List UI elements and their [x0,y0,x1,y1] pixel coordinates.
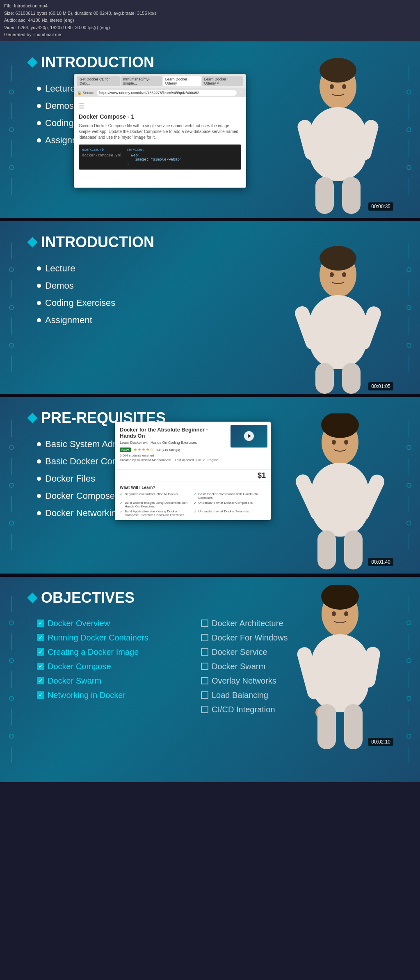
timestamp-1: 00:00:35 [368,202,393,211]
svg-point-7 [330,84,334,89]
svg-point-8 [342,84,346,89]
section-objectives: OBJECTIVES ✓ Docker Overview ✓ Running D… [0,577,420,782]
price-row: $1 [115,469,271,482]
play-icon [248,434,251,438]
code-filename-2: docker-compose.yml [82,153,122,157]
section-prerequisites: PRE-REQUISITES Basic System Administrati… [0,397,420,574]
course-subtitle: Learn Docker with Hands On Coding Exerci… [120,441,225,445]
checkbox-checked-3: ✓ [37,648,44,656]
checkbox-empty-3 [201,648,208,656]
file-info-filename: File: Introduction.mp4 [4,2,416,10]
play-button[interactable] [244,431,254,441]
course-creator: Created by Mumshad Mannambeth Last updat… [120,458,225,462]
svg-rect-4 [315,177,334,214]
presenter-svg-4 [283,585,397,749]
presenter-svg-3 [283,413,397,569]
presenter-svg-1 [281,58,395,214]
file-info-size: Size: 63103611 bytes (60.18 MiB), durati… [4,10,416,17]
bullet-dot [37,138,41,142]
obj-docker-compose-left: ✓ Docker Compose [37,662,193,671]
svg-rect-32 [317,704,336,749]
svg-point-26 [344,440,348,445]
code-editor: exercise.rb docker-compose.yml services:… [79,145,241,170]
svg-point-6 [320,58,356,83]
checkbox-empty-6 [201,691,208,699]
file-info-generated: Generated by Thumbnail me [4,31,416,39]
code-left-pane: exercise.rb docker-compose.yml [82,148,122,166]
obj-creating-image: ✓ Creating a Docker Image [37,647,193,657]
slide-content-1: INTRODUCTION Lecture Demos Coding Exerci… [0,41,420,214]
learn-grid: ✓ Beginner level introduction to Docker … [120,492,266,517]
learn-title: What Will I Learn? [120,485,266,490]
svg-rect-1 [309,107,367,181]
obj-running-containers: ✓ Running Docker Containers [37,633,193,643]
code-label: services: [127,148,182,151]
course-rating-row: NEW ★★★★☆ 4.6 (116 ratings) [120,447,225,452]
bullet-dot [37,87,41,91]
learn-item-2: ✓ Basic Docker Commands with Hands-On Ex… [194,492,266,500]
browser-tab-4: Learn Docker | Udemy × [202,76,243,86]
browser-toolbar: ☰ [79,102,241,110]
section-divider-1 [0,218,420,221]
course-overlay: Docker for the Absolute Beginner - Hands… [115,422,271,520]
svg-rect-5 [342,177,361,214]
svg-point-17 [342,272,346,277]
section-introduction-1: INTRODUCTION Lecture Demos Coding Exerci… [0,41,420,218]
learn-section: What Will I Learn? ✓ Beginner level intr… [115,482,271,520]
checkbox-checked-4: ✓ [37,663,44,670]
learn-item-3: ✓ Build Docker images using Dockerfiles … [120,501,192,508]
obj-networking: ✓ Networking in Docker [37,691,193,700]
students-count: 6,004 students enrolled [120,454,225,457]
code-filename: exercise.rb [82,148,122,151]
title-diamond-3 [27,413,37,423]
browser-overlay-1: Get Docker CE for Debi... mmumshad/my-si… [74,74,246,188]
checkbox-empty-2 [201,634,208,641]
checkbox-checked-2: ✓ [37,634,44,641]
bullet-dot [37,121,41,125]
checkbox-empty-5 [201,677,208,684]
presenter-svg-2 [281,246,395,394]
section-divider-3 [0,574,420,577]
browser-tab-3: Learn Docker | Udemy [163,76,201,86]
rating-stars: ★★★★☆ [133,447,154,452]
checkbox-empty-7 [201,706,208,713]
presenter-area-4 [283,585,397,749]
code-service: web: [127,153,182,157]
timestamp-4: 00:02:10 [368,738,393,746]
presenter-area-3 [283,413,397,569]
checkbox-checked-6: ✓ [37,691,44,699]
presenter-area-2 [281,246,395,394]
course-thumbnail [231,425,267,448]
compose-description: Given a Docker Compose file with a singl… [79,123,241,140]
learn-item-5: ✓ Build Application stack using Docker C… [120,510,192,517]
code-right-pane: services: web: image: "simple-webap" | [127,148,182,166]
svg-rect-23 [344,530,363,569]
code-image-label: image: "simple-webap" [127,157,182,161]
bullet-dot [37,104,41,108]
svg-rect-14 [342,363,361,394]
browser-url-bar: 🔒 Secure https://www.udemy.com/draft/133… [74,88,246,97]
file-info-bar: File: Introduction.mp4 Size: 63103611 by… [0,0,420,41]
svg-rect-28 [311,634,369,712]
title-diamond-1 [27,57,37,67]
checkbox-checked-1: ✓ [37,620,44,627]
browser-content-1: ☰ Docker Compose - 1 Given a Docker Comp… [74,97,246,188]
compose-title: Docker Compose - 1 [79,113,241,120]
presenter-area-1 [281,58,395,214]
svg-point-15 [320,246,356,271]
objectives-left: ✓ Docker Overview ✓ Running Docker Conta… [37,619,193,714]
file-info-video: Video: h264, yuv420p, 1920x1080, 30.00 f… [4,24,416,32]
course-overlay-content: Docker for the Absolute Beginner - Hands… [115,422,271,469]
slide-content-3: PRE-REQUISITES Basic System Administrati… [0,397,420,569]
course-title: Docker for the Absolute Beginner - Hands… [120,427,225,439]
browser-tab-2: mmumshad/my-simple... [121,76,162,86]
course-price: $1 [258,471,266,480]
svg-rect-33 [344,704,363,749]
checkbox-empty-4 [201,663,208,670]
timestamp-2: 00:01:05 [368,382,393,390]
section-introduction-2: INTRODUCTION Lecture Demos Coding Exerci… [0,221,420,394]
learn-item-6: ✓ Understand what Docker Swarm is [194,510,266,517]
svg-point-25 [332,440,336,445]
file-info-audio: Audio: aac, 44100 Hz, stereo (eng) [4,17,416,24]
checkbox-empty-1 [201,620,208,627]
